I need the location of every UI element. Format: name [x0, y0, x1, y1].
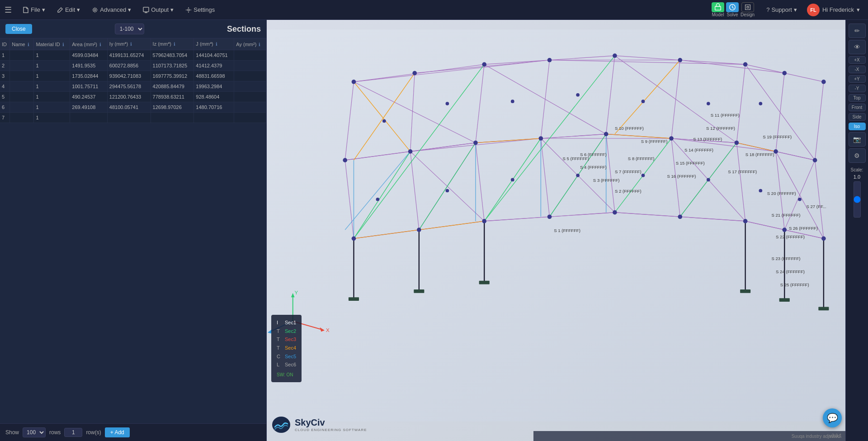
svg-point-132 [759, 102, 762, 105]
user-menu[interactable]: FL Hi Frederick ▾ [803, 2, 863, 18]
table-row[interactable]: 61269.4910848100.0574112698.970261480.70… [0, 102, 266, 113]
sw-label: SW: ON [277, 371, 296, 379]
cell-iy: 4199131.65274 [107, 50, 151, 61]
chat-button[interactable]: 💬 [823, 408, 842, 427]
settings-tool[interactable]: ⚙ [849, 148, 866, 163]
file-menu[interactable]: File ▾ [18, 5, 50, 15]
rows-label: rows [49, 429, 61, 436]
section-label-s10: S 10 (FFFFFF) [615, 126, 644, 131]
support-menu[interactable]: ? Support ▾ [763, 5, 801, 15]
axis-y-pos[interactable]: +Y [849, 75, 866, 83]
camera-tool[interactable]: 📷 [849, 132, 866, 147]
edit-menu[interactable]: Edit ▾ [52, 5, 85, 15]
panel-header: Close 1-100 Sections [0, 20, 266, 38]
svg-point-127 [446, 102, 449, 105]
table-row[interactable]: 114599.034844199131.6527457962483.705414… [0, 50, 266, 61]
viewport[interactable]: S 1 (FFFFFF) S 2 (FFFFFF) S 3 (FFFFFF) S… [267, 20, 868, 441]
side-view[interactable]: Side [849, 113, 866, 121]
rowcount-label: row(s) [86, 429, 101, 436]
data-table-wrapper[interactable]: ID Name ℹ Material ID ℹ Area (mm²) ℹ Iy … [0, 38, 266, 423]
cell-name [10, 113, 34, 123]
cell-j: 19963.2984 [194, 81, 234, 92]
section-label-s18: S 18 (FFFFFF) [745, 152, 774, 157]
version-label: v3.0.1 [830, 433, 842, 438]
scale-slider[interactable] [854, 181, 861, 218]
section-label-s12: S 12 (FFFFFF) [706, 126, 735, 131]
section-label-s20: S 20 (FFFFFF) [767, 191, 796, 196]
add-button[interactable]: + Add [105, 427, 130, 437]
eye-tool[interactable]: 👁 [849, 40, 866, 54]
section-label-s6: S 6 (FFFFFF) [580, 152, 607, 157]
cell-id: 2 [0, 61, 10, 71]
settings-menu[interactable]: Settings [181, 5, 219, 15]
axis-x-pos[interactable]: +X [849, 56, 866, 64]
cell-iy: 600272.8856 [107, 61, 151, 71]
skyciv-name: SkyCiv [295, 417, 367, 428]
cell-iy: 939042.71083 [107, 71, 151, 81]
col-material: Material ID ℹ [34, 38, 70, 50]
structure-svg: S 1 (FFFFFF) S 2 (FFFFFF) S 3 (FFFFFF) S… [267, 20, 845, 431]
legend-item-sec5: C Sec5 [277, 352, 296, 361]
svg-point-100 [412, 71, 417, 76]
legend-item-sec6: L Sec6 [277, 360, 296, 369]
cell-area [70, 113, 108, 123]
svg-point-2 [188, 9, 189, 11]
cell-id: 6 [0, 102, 10, 113]
mode-design-btn[interactable]: Design [741, 2, 755, 17]
cell-j: 48831.66598 [194, 71, 234, 81]
svg-rect-146 [818, 307, 829, 310]
output-menu[interactable]: Output ▾ [138, 5, 178, 15]
sections-table: ID Name ℹ Material ID ℹ Area (mm²) ℹ Iy … [0, 38, 266, 123]
svg-point-119 [482, 219, 486, 223]
legend-item-sec3: T Sec3 [277, 335, 296, 344]
axis-x-neg[interactable]: -X [849, 66, 866, 73]
col-j: J (mm⁴) ℹ [194, 38, 234, 50]
mode-model-btn[interactable]: Model [712, 2, 724, 17]
section-label-s15: S 15 (FFFFFF) [676, 161, 705, 166]
pencil-tool[interactable]: ✏ [849, 24, 866, 38]
svg-point-134 [446, 189, 449, 193]
close-button[interactable]: Close [5, 24, 32, 34]
section-label-s2: S 2 (FFFFFF) [615, 189, 642, 194]
col-iz: Iz (mm⁴) ℹ [151, 38, 194, 50]
svg-point-107 [821, 80, 826, 84]
section-label-s17: S 17 (FFFFFF) [728, 169, 757, 174]
cell-iy: 294475.56178 [107, 81, 151, 92]
cell-ay [234, 102, 266, 113]
axis-y-neg[interactable]: -Y [849, 85, 866, 92]
right-toolbar: ✏ 👁 +X -X +Y -Y Top Front Side Iso 📷 ⚙ S… [845, 20, 868, 441]
svg-text:Y: Y [295, 290, 298, 295]
svg-point-123 [743, 219, 748, 223]
table-row[interactable]: 311735.02844939042.710831697775.39912488… [0, 71, 266, 81]
legend-item-sec4: T Sec4 [277, 344, 296, 352]
svg-rect-3 [715, 6, 721, 10]
cell-area: 1735.02844 [70, 71, 108, 81]
legend: I Sec1 T Sec2 T Sec3 T Sec4 C Sec5 L Sec… [271, 315, 302, 382]
cell-ay [234, 81, 266, 92]
front-view[interactable]: Front [849, 104, 866, 111]
table-row[interactable]: 411001.75711294475.56178420885.844791996… [0, 81, 266, 92]
section-label-s1: S 1 (FFFFFF) [554, 228, 580, 233]
show-count-select[interactable]: 100 50 25 [23, 427, 46, 437]
svg-point-122 [678, 214, 682, 219]
table-row[interactable]: 71 [0, 113, 266, 123]
range-select[interactable]: 1-100 [115, 24, 144, 34]
cell-name [10, 102, 34, 113]
user-avatar: FL [807, 4, 820, 16]
hamburger-icon[interactable]: ☰ [5, 5, 12, 15]
scale-value: 1.0 [854, 174, 860, 180]
svg-rect-144 [740, 289, 750, 293]
section-label-s14: S 14 (FFFFFF) [684, 147, 713, 152]
table-row[interactable]: 51490.24537121200.76433778938.63211928.4… [0, 92, 266, 102]
cell-iz: 420885.84479 [151, 81, 194, 92]
cell-name [10, 50, 34, 61]
table-row[interactable]: 211491.9535600272.88561107173.7182541412… [0, 61, 266, 71]
mode-solve-btn[interactable]: Solve [726, 2, 739, 17]
advanced-menu[interactable]: Advanced ▾ [87, 5, 136, 15]
iso-view[interactable]: Iso [849, 123, 866, 130]
cell-material_id: 1 [34, 113, 70, 123]
top-view[interactable]: Top [849, 94, 866, 102]
page-input[interactable] [64, 428, 82, 437]
structure-canvas: S 1 (FFFFFF) S 2 (FFFFFF) S 3 (FFFFFF) S… [267, 20, 845, 431]
svg-point-120 [547, 214, 552, 219]
